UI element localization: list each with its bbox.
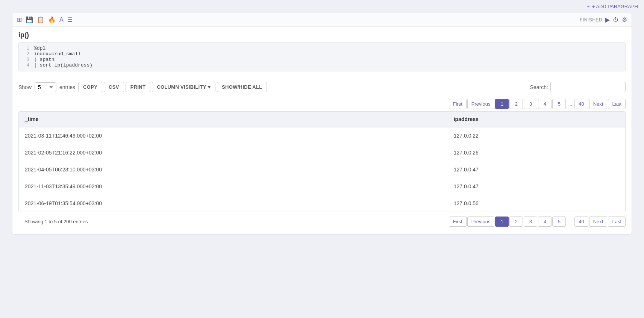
pagination-bottom-controls: First Previous 1 2 3 4 5 ... 40 Next Las…	[449, 217, 626, 227]
pagination-top-controls: First Previous 1 2 3 4 5 ... 40 Next Las…	[449, 99, 626, 109]
showing-entries-label: Showing 1 to 5 of 200 entries	[18, 215, 94, 228]
cell-ipaddress: 127.0.0.56	[448, 195, 625, 212]
notebook-cell: ⊞ 💾 📋 🔥 A ☰ FINISHED ▶ ⏱ ⚙ ip() 1 %dpl 2…	[12, 13, 632, 235]
toolbar-left: ⊞ 💾 📋 🔥 A ☰	[17, 16, 73, 23]
line-num-4: 4	[23, 62, 29, 68]
page-3-button-bottom[interactable]: 3	[524, 217, 537, 227]
page-5-button-bottom[interactable]: 5	[552, 217, 566, 227]
col-header-ipaddress: ipaddress	[448, 112, 625, 127]
cell-time: 2021-02-05T21:16:22.000+02:00	[19, 144, 448, 161]
page-3-button-top[interactable]: 3	[524, 99, 537, 109]
code-line-4: 4 | sort ip(ipaddress)	[23, 62, 621, 68]
first-page-button-bottom[interactable]: First	[449, 217, 467, 227]
chevron-down-icon: ▾	[208, 84, 211, 90]
cell-time: 2021-11-03T13:35:49.000+02:00	[19, 178, 448, 195]
finished-label: FINISHED	[580, 17, 602, 23]
data-table-wrapper: _time ipaddress 2021-03-11T12:46:49.000+…	[18, 111, 626, 212]
upload-icon[interactable]: 🔥	[48, 16, 56, 23]
line-content-3: | spath	[34, 57, 55, 62]
table-row: 2021-04-05T06:23:10.000+03:00127.0.0.47	[19, 161, 625, 178]
code-block: 1 %dpl 2 index=crud_small 3 | spath 4 | …	[18, 42, 626, 71]
cell-ipaddress: 127.0.0.22	[448, 127, 625, 144]
entries-label: entries	[59, 84, 75, 90]
page-4-button-top[interactable]: 4	[538, 99, 552, 109]
page-1-button-top[interactable]: 1	[495, 99, 509, 109]
line-num-2: 2	[23, 51, 29, 57]
print-button[interactable]: PRINT	[126, 82, 151, 92]
page-2-button-top[interactable]: 2	[509, 99, 523, 109]
column-visibility-button[interactable]: COLUMN VISIBILITY ▾	[152, 82, 215, 92]
code-line-3: 3 | spath	[23, 57, 621, 62]
clock-icon[interactable]: ⏱	[613, 17, 619, 23]
cell-ipaddress: 127.0.0.26	[448, 144, 625, 161]
line-num-1: 1	[23, 45, 29, 51]
ellipsis-bottom: ...	[567, 217, 574, 226]
previous-page-button-bottom[interactable]: Previous	[467, 217, 495, 227]
code-line-1: 1 %dpl	[23, 45, 621, 51]
line-content-2: index=crud_small	[34, 51, 81, 57]
cell-time: 2021-04-05T06:23:10.000+03:00	[19, 161, 448, 178]
save-icon[interactable]: 💾	[26, 16, 33, 23]
move-icon[interactable]: ⊞	[17, 16, 22, 23]
page-40-button-top[interactable]: 40	[574, 99, 588, 109]
bottom-row: Showing 1 to 5 of 200 entries First Prev…	[12, 212, 632, 234]
page-5-button-top[interactable]: 5	[552, 99, 566, 109]
pagination-top: First Previous 1 2 3 4 5 ... 40 Next Las…	[12, 97, 632, 111]
search-label: Search:	[530, 84, 548, 90]
show-hide-all-button[interactable]: SHOW/HIDE ALL	[217, 82, 267, 92]
text-icon[interactable]: A	[59, 17, 64, 23]
line-num-3: 3	[23, 57, 29, 62]
col-header-time: _time	[19, 112, 448, 127]
cell-time: 2021-06-19T01:35:54.000+03:00	[19, 195, 448, 212]
first-page-button-top[interactable]: First	[449, 99, 467, 109]
add-paragraph-button[interactable]: ＋ + ADD PARAGRAPH	[586, 3, 638, 10]
settings-icon[interactable]: ⚙	[622, 16, 627, 23]
previous-page-button-top[interactable]: Previous	[467, 99, 495, 109]
next-page-button-top[interactable]: Next	[589, 99, 608, 109]
line-content-1: %dpl	[34, 45, 45, 51]
table-row: 2021-02-05T21:16:22.000+02:00127.0.0.26	[19, 144, 625, 161]
table-controls: Show 5 10 25 50 100 entries COPY CSV PRI…	[12, 77, 632, 97]
cell-toolbar: ⊞ 💾 📋 🔥 A ☰ FINISHED ▶ ⏱ ⚙	[12, 13, 632, 27]
data-table: _time ipaddress 2021-03-11T12:46:49.000+…	[19, 112, 625, 212]
page-4-button-bottom[interactable]: 4	[538, 217, 552, 227]
next-page-button-bottom[interactable]: Next	[589, 217, 608, 227]
show-label: Show	[18, 84, 32, 90]
last-page-button-bottom[interactable]: Last	[608, 217, 626, 227]
csv-button[interactable]: CSV	[104, 82, 124, 92]
show-entries-select[interactable]: 5 10 25 50 100	[35, 82, 56, 92]
table-row: 2021-06-19T01:35:54.000+03:00127.0.0.56	[19, 195, 625, 212]
search-input[interactable]	[550, 82, 626, 92]
page-1-button-bottom[interactable]: 1	[495, 217, 509, 227]
page-2-button-bottom[interactable]: 2	[509, 217, 523, 227]
table-row: 2021-11-03T13:35:49.000+02:00127.0.0.47	[19, 178, 625, 195]
last-page-button-top[interactable]: Last	[608, 99, 626, 109]
table-header-row: _time ipaddress	[19, 112, 625, 127]
line-content-4: | sort ip(ipaddress)	[34, 62, 92, 68]
cell-ipaddress: 127.0.0.47	[448, 178, 625, 195]
code-line-2: 2 index=crud_small	[23, 51, 621, 57]
action-buttons: COPY CSV PRINT COLUMN VISIBILITY ▾ SHOW/…	[78, 82, 267, 92]
cell-time: 2021-03-11T12:46:49.000+02:00	[19, 127, 448, 144]
ellipsis-top: ...	[567, 99, 574, 109]
copy-button[interactable]: COPY	[78, 82, 102, 92]
cell-ipaddress: 127.0.0.47	[448, 161, 625, 178]
copy-icon[interactable]: 📋	[37, 16, 44, 23]
cell-title: ip()	[12, 27, 632, 42]
toolbar-right: FINISHED ▶ ⏱ ⚙	[580, 16, 627, 23]
page-40-button-bottom[interactable]: 40	[574, 217, 588, 227]
list-icon[interactable]: ☰	[67, 16, 73, 23]
plus-icon: ＋	[586, 3, 591, 10]
run-icon[interactable]: ▶	[605, 16, 610, 23]
search-bar: Search:	[530, 82, 626, 92]
table-row: 2021-03-11T12:46:49.000+02:00127.0.0.22	[19, 127, 625, 144]
